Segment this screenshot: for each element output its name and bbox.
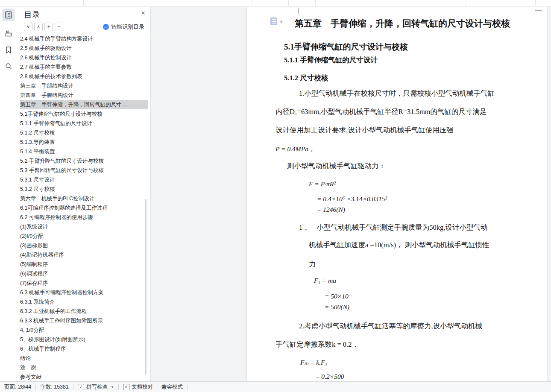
toc-item[interactable]: ∨ 2.5 机械手的驱动设计 [20, 44, 148, 53]
document-page[interactable]: ▼ 第五章 手臂伸缩，升降，回转气缸的尺寸设计与校核 5.1手臂伸缩气缸的尺寸设… [247, 7, 551, 381]
toc-item[interactable]: ∨ 6.3 机械手可编程序控制器控制方案 [20, 288, 148, 297]
toc-item[interactable]: ∨ 2.6 机械手的控制设计 [20, 53, 148, 62]
close-icon[interactable]: × [139, 9, 147, 17]
toc-item-label: (1)系统设计 [20, 223, 48, 231]
toolbar-separator [83, 0, 84, 6]
doc-proof-button[interactable]: × 文档校对 [119, 382, 157, 392]
toc-item-label: (3)画梯形图 [20, 242, 48, 249]
body-line: 2.考虑小型气动机械手气缸活塞等的摩擦力,设小型气动机械 [299, 322, 482, 331]
compat-mode-button[interactable]: 兼容模式 [157, 382, 187, 392]
toc-item[interactable]: ∨ (5)编制程序 [20, 260, 148, 269]
toc-item-label: 2.7 机械手的主要参数 [20, 64, 72, 71]
toc-item[interactable]: ∨ 5.1.3.导向装置 [20, 137, 148, 147]
body-line: 手气缸定摩擦系数k = 0.2， [276, 340, 359, 349]
toc-item[interactable]: ∨ 5.2 手臂升降气缸的尺寸设计与校核 [20, 156, 148, 166]
doc-scrollbar[interactable] [547, 7, 551, 381]
toc-item-label: 5.3 手臂回转气缸的尺寸设计与校核 [20, 167, 104, 174]
flag-folder-icon[interactable] [2, 27, 15, 40]
toc-item[interactable]: ∨ 致 谢 [20, 363, 148, 372]
toc-item[interactable]: ∨ 2.4 机械手的手臂结构方案设计 [20, 34, 148, 44]
toc-item[interactable]: ∨ (1)系统设计 [20, 222, 148, 231]
toc-item[interactable]: ∨ 4, 1/0分配 [20, 325, 148, 335]
toc-item-label: 结论 [20, 355, 31, 362]
toolbar-separator [535, 0, 536, 6]
box-x-icon: × [123, 384, 129, 390]
word-count: 字数: 15381 [36, 382, 73, 392]
toc-item[interactable]: ∨ 6.3.2 工业机械手的工作流程 [20, 307, 148, 316]
toc-item-label: 5.1.3.导向装置 [20, 139, 55, 146]
toc-item[interactable]: ∨ (2)I/0分配 [20, 231, 148, 241]
toc-item[interactable]: ∨ 6、机械手控制程序 [20, 344, 148, 354]
body-line: 1.小型气动机械手在校核尺寸时，只需校核小型气动机械手气缸 [299, 89, 495, 98]
formula-line: Fₘ = k.F₁ [300, 359, 327, 366]
formula-line: P = 0.4MPa， [276, 145, 315, 154]
toc-item[interactable]: ∨ (7)保存程序 [20, 278, 148, 288]
toc-list-box: ∨ 2.4 机械手的手臂结构方案设计 ∨ 2.5 机械手的驱动设计 ∨ 2.6 … [20, 33, 148, 381]
toc-item[interactable]: ∨ 结论 [20, 354, 148, 363]
toc-item[interactable]: ∨ 第六章 机械手的PLC控制设计 [20, 194, 148, 203]
toc-item[interactable]: ∨ 2.8 机械手的技术参数列表 [20, 72, 148, 81]
toc-scrollbar[interactable] [145, 199, 147, 375]
smart-recognize-button[interactable]: 智能识别目录 [103, 23, 144, 31]
toc-item-label: 第三章 手部结构设计 [20, 82, 73, 90]
toc-item[interactable]: ∨ 参考文献 [20, 372, 148, 381]
toc-item[interactable]: ∨ 5、梯形图设计(如附图所示) [20, 335, 148, 344]
margin-cropmark-icon [535, 7, 542, 11]
paragraph-tool-icon[interactable] [270, 18, 277, 25]
toc-item[interactable]: ∨ 6.3.3 机械手工作时序图如附图所示 [20, 316, 148, 325]
toc-item-label: 第五章 手臂伸缩，升降，回转气缸的尺寸 ... [20, 101, 127, 108]
chevron-down-icon[interactable]: ▼ [279, 20, 283, 24]
toc-item-label: (7)保存程序 [20, 280, 48, 287]
toc-item[interactable]: ∨ (3)画梯形图 [20, 241, 148, 250]
formula-line: = 500(N) [325, 303, 349, 311]
bookmark-icon[interactable] [2, 44, 15, 56]
toolbar-separator [315, 0, 316, 6]
chevron-down-icon: ▼ [111, 385, 114, 389]
formula-line: = 0.4×10⁶ ×3.14×0.0315² [317, 195, 387, 203]
toc-item-label: 5.3.1 尺寸设计 [20, 176, 55, 184]
toc-item-label: 2.6 机械手的控制设计 [20, 54, 72, 61]
toc-item-label: 6.1可编程序控制器的选择及工作过程 [20, 205, 108, 212]
formula-line: F₁ = ma [314, 277, 336, 284]
ai-icon [103, 24, 109, 30]
subsection-heading: 5.1.2 尺寸校核 [284, 73, 328, 83]
toc-item-label: (2)I/0分配 [20, 233, 43, 240]
toolbar-separator [466, 0, 466, 6]
toc-item[interactable]: ∨ 第三章 手部结构设计 [20, 81, 148, 91]
toc-item-label: 6、机械手控制程序 [20, 345, 66, 353]
toc-item[interactable]: ∨ (4)助记符机器程序 [20, 250, 148, 260]
toc-item[interactable]: ∨ 5.1手臂伸缩气缸的尺寸设计与校核 [20, 109, 148, 119]
toc-item[interactable]: ∨ 5.1.4 平衡装置 [20, 147, 148, 156]
toc-panel: 目录 × ∨ ∧ + − 智能识别目录 ∨ 2.4 机械手的手臂结构方案设计 ∨… [17, 7, 150, 381]
body-line: 设计使用加工设计要求,设计小型气动机械手气缸使用压强 [276, 126, 454, 135]
toc-item[interactable]: ∨ 第四章 手腕结构设计 [20, 91, 148, 100]
body-line: 力 [309, 260, 316, 269]
collapse-all-button[interactable]: ∨ [24, 23, 32, 31]
smart-recognize-label: 智能识别目录 [111, 23, 144, 31]
toc-item[interactable]: ∨ 6.2 可编程序控制器的使用步骤 [20, 213, 148, 222]
toc-item-label: (5)编制程序 [20, 261, 48, 268]
toc-item[interactable]: ∨ 2.7 机械手的主要参数 [20, 62, 148, 72]
toc-item-label: 6.3.2 工业机械手的工作流程 [20, 308, 87, 315]
body-line: 1， 小型气动机械手气缸测定手腕质量为50kg,设计小型气动 [299, 223, 487, 232]
toc-item[interactable]: ∨ 5.3 手臂回转气缸的尺寸设计与校核 [20, 166, 148, 175]
toc-item-label: 致 谢 [20, 364, 36, 372]
toc-item[interactable]: ∨ 6.1可编程序控制器的选择及工作过程 [20, 203, 148, 213]
toc-item[interactable]: ∨ 6.3.1 系统简介 [20, 297, 148, 307]
expand-button[interactable]: + [44, 23, 53, 31]
expand-all-button[interactable]: ∧ [34, 23, 43, 31]
search-icon[interactable] [2, 60, 15, 73]
toc-item[interactable]: ∨ (6)调试程序 [20, 269, 148, 278]
toc-item-label: 6.3 机械手可编程序控制器控制方案 [20, 289, 104, 296]
toc-item[interactable]: ∨ 5.1.1 手臂伸缩气缸的尺寸设计 [20, 119, 148, 128]
catalog-icon[interactable] [2, 9, 15, 21]
left-sidebar [0, 7, 18, 381]
toc-item[interactable]: ∨ 5.3.2 尺寸校核 [20, 184, 148, 194]
toc-item[interactable]: ∨ 5.3.1 尺寸设计 [20, 175, 148, 184]
spell-check-button[interactable]: ✓ 拼写检查 ▼ [73, 382, 118, 392]
toc-item-label: 2.8 机械手的技术参数列表 [20, 73, 82, 80]
collapse-button[interactable]: − [55, 23, 63, 31]
toc-item-label: 4, 1/0分配 [20, 327, 44, 334]
toc-item[interactable]: ∨ 第五章 手臂伸缩，升降，回转气缸的尺寸 ... [20, 100, 148, 109]
toc-item[interactable]: ∨ 5.1.2 尺寸校核 [20, 128, 148, 137]
